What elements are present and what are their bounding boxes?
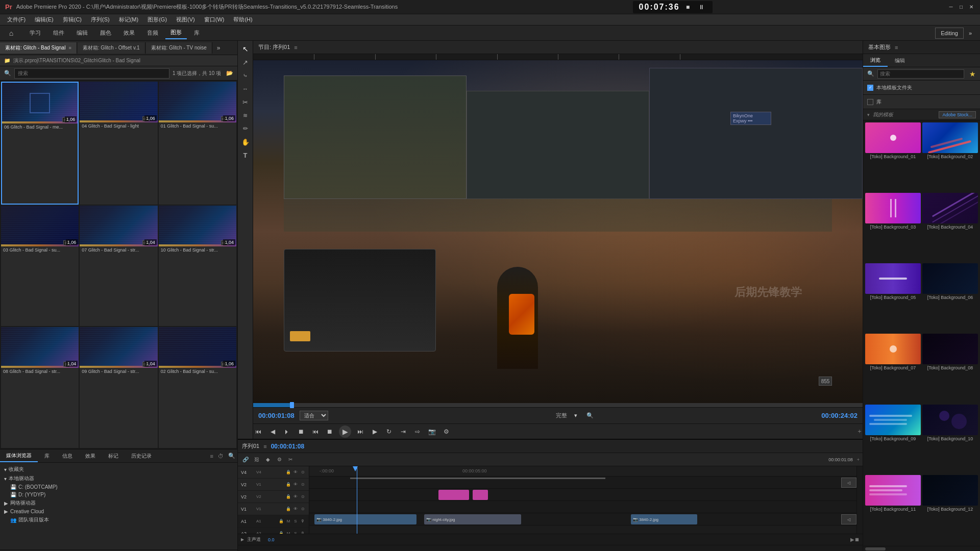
timeline-menu-icon[interactable]: ≡ xyxy=(263,443,266,449)
clip-v2-pink2[interactable] xyxy=(473,490,488,500)
ctrl-next-edit[interactable]: ⏭ xyxy=(355,427,365,437)
track-sync-v2b[interactable]: ⊙ xyxy=(300,494,306,500)
clip-v1-city2[interactable]: 📷 3840-2.jpg xyxy=(631,514,697,524)
clip-v1-night[interactable]: 📷 night-city.jpg xyxy=(424,514,521,524)
clip-v1-city1[interactable]: 📷 3840-2.jpg xyxy=(314,514,416,524)
tab-info[interactable]: 信息 xyxy=(56,450,79,462)
template-item-09[interactable]: [Toko] Background_09 xyxy=(865,405,921,473)
filter-library-checkbox[interactable] xyxy=(867,99,873,105)
menu-clip[interactable]: 剪辑(C) xyxy=(59,15,86,24)
home-button[interactable]: ⌂ xyxy=(5,27,17,39)
tl-add-marker[interactable]: ◆ xyxy=(263,455,273,464)
tool-pen[interactable]: ✏ xyxy=(239,122,252,135)
zoom-icon[interactable]: 🔍 xyxy=(586,412,594,419)
track-lock-v2[interactable]: 🔒 xyxy=(285,482,291,488)
template-item-05[interactable]: [Toko] Background_05 xyxy=(865,263,921,332)
monitor-progress-bar[interactable] xyxy=(253,403,863,407)
ctrl-play[interactable]: ▶ xyxy=(339,425,351,438)
folder-nav-icon[interactable]: 📂 xyxy=(226,70,233,77)
template-item-11[interactable]: [Toko] Background_11 xyxy=(865,475,921,544)
ctrl-loop[interactable]: ↻ xyxy=(384,427,394,437)
tool-text[interactable]: T xyxy=(239,149,252,161)
workspace-more[interactable]: » xyxy=(966,28,975,38)
timeline-scrollbar[interactable] xyxy=(238,545,863,551)
master-end-icon[interactable]: ▶⏹ xyxy=(850,537,860,542)
template-search-input[interactable] xyxy=(877,69,964,79)
ctrl-insert[interactable]: ⇥ xyxy=(398,427,408,437)
track-lock-a1[interactable]: 🔒 xyxy=(278,518,284,524)
stop-btn[interactable]: ■ xyxy=(683,2,693,12)
search-input[interactable] xyxy=(14,68,169,79)
menu-help[interactable]: 帮助(H) xyxy=(229,15,256,24)
tree-local-drives[interactable]: ▾ 本地驱动器 xyxy=(0,474,237,483)
add-template-button[interactable]: Adobe Stock... xyxy=(939,111,976,118)
timeline-vscroll[interactable] xyxy=(856,466,863,534)
thumb-item-5[interactable]: ▤ 1,04 10 Glitch - Bad Signal - str... xyxy=(159,206,236,327)
tool-track-select[interactable]: ↗ xyxy=(239,56,252,68)
menu-sequence[interactable]: 序列(S) xyxy=(87,15,114,24)
ctrl-export-frame[interactable]: 📷 xyxy=(427,427,437,437)
ws-color[interactable]: 颜色 xyxy=(95,27,116,39)
ctrl-settings[interactable]: ⚙ xyxy=(441,427,451,437)
thumb-item-0[interactable]: ▤ 1,06 06 Glitch - Bad Signal - me... xyxy=(1,82,79,205)
menu-markers[interactable]: 标记(M) xyxy=(115,15,143,24)
filter-local-checkbox[interactable]: ✓ xyxy=(867,85,873,91)
menu-edit[interactable]: 编辑(E) xyxy=(31,15,58,24)
thumb-item-3[interactable]: ▤ 1,06 03 Glitch - Bad Signal - su... xyxy=(1,206,79,327)
tl-linked-select[interactable]: ⛓ xyxy=(252,455,261,464)
tree-favorites[interactable]: ▾ 收藏夹 xyxy=(0,465,237,474)
right-tab-browse[interactable]: 浏览 xyxy=(863,55,888,67)
thumb-item-6[interactable]: ▤ 1,04 08 Glitch - Bad Signal - str... xyxy=(1,327,79,448)
menu-graphics[interactable]: 图形(G) xyxy=(143,15,171,24)
ctrl-play-stop[interactable]: ⏹ xyxy=(325,427,335,437)
template-item-02[interactable]: [Toko] Background_02 xyxy=(922,122,978,191)
clip-v2-pink1[interactable] xyxy=(438,490,469,500)
track-lock-v1[interactable]: 🔒 xyxy=(285,506,291,512)
playhead-line[interactable] xyxy=(357,466,357,534)
tool-razor[interactable]: ✂ xyxy=(239,96,252,108)
monitor-menu-icon[interactable]: ≡ xyxy=(294,44,297,51)
quality-dropdown-icon[interactable]: ▾ xyxy=(574,412,577,419)
tree-team-projects[interactable]: 👥 团队项目版本 xyxy=(0,515,237,524)
source-tab-glitch-bad[interactable]: 素材箱: Glitch - Bad Signal ≡ xyxy=(0,42,77,54)
ctrl-prev-edit[interactable]: ⏮ xyxy=(310,427,321,437)
media-search-icon[interactable]: 🔍 xyxy=(226,450,237,461)
right-panel-scrollbar[interactable] xyxy=(863,546,980,551)
ctrl-step-back[interactable]: ◀ xyxy=(267,427,278,437)
tool-select[interactable]: ↖ xyxy=(239,43,252,55)
track-solo-a1[interactable]: S xyxy=(292,518,299,524)
track-eye-v1[interactable]: 👁 xyxy=(292,506,299,512)
track-sync-v2[interactable]: ⊙ xyxy=(300,482,306,488)
ctrl-mark-out[interactable]: ⏹ xyxy=(296,427,306,437)
ws-assembly[interactable]: 组件 xyxy=(48,27,69,39)
source-tab-glitch-tv[interactable]: 素材箱: Glitch - TV noise xyxy=(146,42,212,54)
right-tab-edit[interactable]: 编辑 xyxy=(888,55,912,66)
thumb-item-8[interactable]: ▤ 1,06 02 Glitch - Bad Signal - su... xyxy=(159,327,236,448)
tl-razor[interactable]: ✂ xyxy=(286,455,295,464)
template-item-08[interactable]: [Toko] Background_08 xyxy=(922,334,978,403)
template-item-10[interactable]: [Toko] Background_10 xyxy=(922,405,978,473)
maximize-button[interactable]: □ xyxy=(958,4,965,11)
track-eye-v2[interactable]: 👁 xyxy=(292,482,299,488)
tab-history[interactable]: 历史记录 xyxy=(125,450,158,462)
menu-file[interactable]: 文件(F) xyxy=(3,15,30,24)
menu-view[interactable]: 视图(V) xyxy=(172,15,199,24)
master-toggle-icon[interactable]: ▶ xyxy=(241,537,244,542)
clip-v4-bar[interactable] xyxy=(350,478,605,479)
thumb-item-4[interactable]: ▤ 1,04 07 Glitch - Bad Signal - str... xyxy=(80,206,157,327)
ws-audio[interactable]: 音频 xyxy=(142,27,163,39)
track-eye-v2b[interactable]: 👁 xyxy=(292,494,299,500)
menu-window[interactable]: 窗口(W) xyxy=(200,15,229,24)
ctrl-overwrite[interactable]: ⇨ xyxy=(412,427,423,437)
tree-drive-d[interactable]: 💾 D: (YYDYP) xyxy=(0,491,237,498)
tl-zoom-in[interactable]: + xyxy=(857,457,860,462)
tree-network-drives[interactable]: ▶ 网络驱动器 xyxy=(0,498,237,508)
minimize-button[interactable]: ─ xyxy=(947,4,954,11)
ws-learn[interactable]: 学习 xyxy=(24,27,46,39)
tool-ripple-edit[interactable]: ⤷ xyxy=(239,69,252,82)
tab-effects[interactable]: 效果 xyxy=(79,450,102,462)
template-item-04[interactable]: [Toko] Background_04 xyxy=(922,193,978,262)
tab-markers[interactable]: 标记 xyxy=(102,450,125,462)
ws-effects[interactable]: 效果 xyxy=(118,27,140,39)
track-eye-v4[interactable]: 👁 xyxy=(292,469,299,475)
